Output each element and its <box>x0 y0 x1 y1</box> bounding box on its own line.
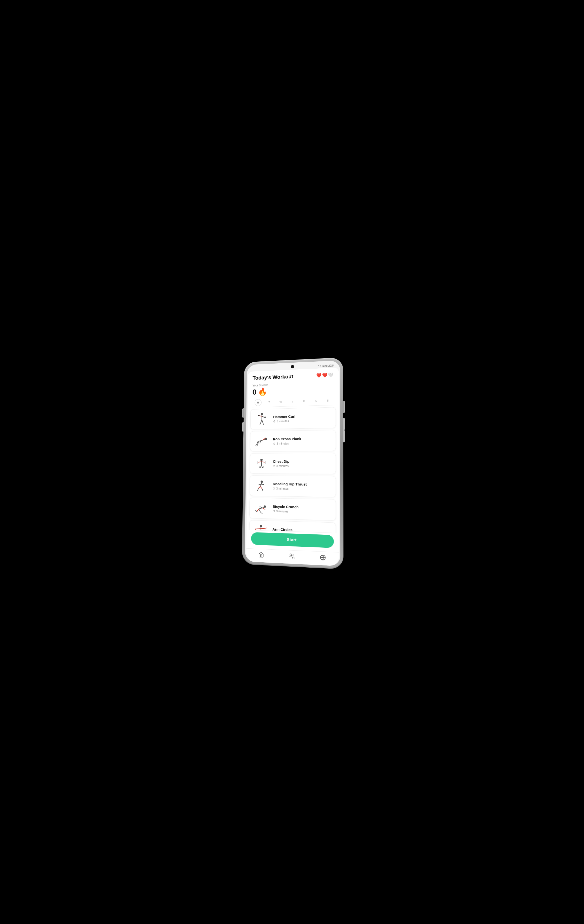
svg-line-42 <box>259 509 261 512</box>
svg-rect-5 <box>264 417 266 418</box>
exercise-info-hammer-curl: Hammer Curl ⏱ 3 minutes <box>273 413 332 423</box>
exercise-illustration-bicycle-crunch <box>253 501 270 516</box>
exercise-duration-bicycle-crunch: ⏱ 3 minutes <box>273 510 332 514</box>
svg-point-28 <box>261 480 263 483</box>
day-label-friday: F <box>303 400 305 403</box>
streak-number: 0 <box>253 388 256 396</box>
svg-line-9 <box>263 424 264 425</box>
svg-line-52 <box>320 558 326 558</box>
day-tuesday[interactable]: T <box>264 401 275 404</box>
svg-line-20 <box>258 462 261 462</box>
svg-line-31 <box>261 484 264 485</box>
svg-line-8 <box>260 424 260 425</box>
exercise-card-bicycle-crunch[interactable]: Bicycle Crunch ⏱ 3 minutes <box>250 498 336 520</box>
exercise-name-bicycle-crunch: Bicycle Crunch <box>273 504 332 510</box>
clock-icon-3: ⏱ <box>273 464 275 467</box>
day-sunday[interactable]: S <box>322 399 334 402</box>
exercise-duration-kneeling-hip-thrust: ⏱ 3 minutes <box>273 487 332 491</box>
day-saturday[interactable]: S <box>310 399 322 402</box>
phone-frame: 10 June 2024 Today's Workout ❤️❤️🤍 Your … <box>242 357 343 569</box>
day-label-thursday: T <box>291 400 293 403</box>
nav-people[interactable] <box>288 553 294 559</box>
svg-line-7 <box>262 420 263 424</box>
svg-line-21 <box>261 462 265 462</box>
exercise-name-iron-cross-plank: Iron Cross Plank <box>273 436 332 441</box>
clock-icon-5: ⏱ <box>273 510 275 513</box>
home-icon <box>258 552 264 558</box>
svg-line-35 <box>262 489 263 492</box>
svg-line-26 <box>259 467 260 468</box>
day-label-sunday: S <box>327 399 329 402</box>
nav-home[interactable] <box>258 551 264 558</box>
day-circle-monday[interactable]: M <box>255 399 261 406</box>
svg-point-36 <box>264 505 266 508</box>
exercise-illustration-kneeling-hip-thrust <box>253 478 270 493</box>
globe-icon <box>320 554 326 561</box>
exercise-info-kneeling-hip-thrust: Kneeling Hip Thrust ⏱ 3 minutes <box>273 482 332 491</box>
svg-point-44 <box>260 525 262 528</box>
day-thursday[interactable]: T <box>286 400 298 403</box>
svg-line-29 <box>260 483 262 487</box>
exercise-card-kneeling-hip-thrust[interactable]: Kneeling Hip Thrust ⏱ 3 minutes <box>250 475 336 497</box>
exercise-card-hammer-curl[interactable]: Hammer Curl ⏱ 3 minutes <box>250 407 336 429</box>
exercise-card-iron-cross-plank[interactable]: Iron Cross Plank ⏱ 3 minutes <box>250 430 336 451</box>
svg-line-38 <box>260 507 263 508</box>
svg-line-16 <box>256 445 256 446</box>
svg-point-50 <box>290 554 292 556</box>
streaks-section: Your Streaks 0 🔥 <box>248 380 339 398</box>
date-display: 10 June 2024 <box>318 364 334 368</box>
svg-line-27 <box>263 467 264 468</box>
hearts-display: ❤️❤️🤍 <box>316 372 334 378</box>
workout-list[interactable]: Hammer Curl ⏱ 3 minutes <box>247 407 339 533</box>
app-content: Today's Workout ❤️❤️🤍 Your Streaks 0 🔥 M… <box>246 368 339 552</box>
exercise-illustration-iron-cross-plank <box>253 434 270 448</box>
svg-line-33 <box>260 487 262 489</box>
exercise-name-chest-dip: Chest Dip <box>273 459 332 463</box>
duration-text-bicycle-crunch: 3 minutes <box>276 510 288 513</box>
svg-line-32 <box>258 487 260 488</box>
exercise-duration-hammer-curl: ⏱ 3 minutes <box>273 418 332 423</box>
duration-text-chest-dip: 3 minutes <box>276 464 289 467</box>
flame-icon: 🔥 <box>258 387 267 396</box>
svg-point-0 <box>261 413 263 415</box>
header-row: Today's Workout ❤️❤️🤍 <box>253 372 334 381</box>
start-button[interactable]: Start <box>251 532 334 548</box>
page-title: Today's Workout <box>253 373 293 381</box>
nav-globe[interactable] <box>320 554 326 561</box>
clock-icon-4: ⏱ <box>273 487 275 490</box>
svg-line-11 <box>258 440 265 442</box>
svg-line-34 <box>258 488 258 491</box>
exercise-illustration-hammer-curl <box>254 412 270 426</box>
clock-icon: ⏱ <box>273 420 276 423</box>
duration-text-iron-cross-plank: 3 minutes <box>276 442 289 445</box>
exercise-info-chest-dip: Chest Dip ⏱ 3 minutes <box>273 459 332 468</box>
exercise-duration-chest-dip: ⏱ 3 minutes <box>273 464 332 468</box>
day-monday[interactable]: M <box>252 399 264 406</box>
svg-line-4 <box>262 416 265 417</box>
day-label-tuesday: T <box>268 401 270 404</box>
exercise-card-chest-dip[interactable]: Chest Dip ⏱ 3 minutes <box>250 453 336 474</box>
day-label-saturday: S <box>315 399 316 402</box>
exercise-name-kneeling-hip-thrust: Kneeling Hip Thrust <box>273 482 332 487</box>
svg-line-25 <box>261 465 263 468</box>
svg-line-40 <box>257 509 259 512</box>
svg-line-43 <box>260 512 262 514</box>
day-wednesday[interactable]: W <box>275 400 286 404</box>
phone-screen: 10 June 2024 Today's Workout ❤️❤️🤍 Your … <box>245 360 341 566</box>
duration-text-hammer-curl: 3 minutes <box>276 419 289 423</box>
svg-line-46 <box>256 528 261 529</box>
svg-line-6 <box>260 420 262 424</box>
svg-line-47 <box>261 528 266 529</box>
exercise-illustration-chest-dip <box>253 456 270 470</box>
svg-point-18 <box>260 459 263 461</box>
day-label-wednesday: W <box>280 400 282 403</box>
exercise-duration-iron-cross-plank: ⏱ 3 minutes <box>273 441 332 445</box>
svg-line-17 <box>256 445 258 446</box>
clock-icon-2: ⏱ <box>273 442 276 445</box>
exercise-info-iron-cross-plank: Iron Cross Plank ⏱ 3 minutes <box>273 436 332 445</box>
duration-text-kneeling-hip-thrust: 3 minutes <box>276 487 288 490</box>
day-friday[interactable]: F <box>298 400 310 403</box>
svg-rect-3 <box>258 415 260 416</box>
svg-line-39 <box>262 508 265 510</box>
people-icon <box>289 553 294 559</box>
